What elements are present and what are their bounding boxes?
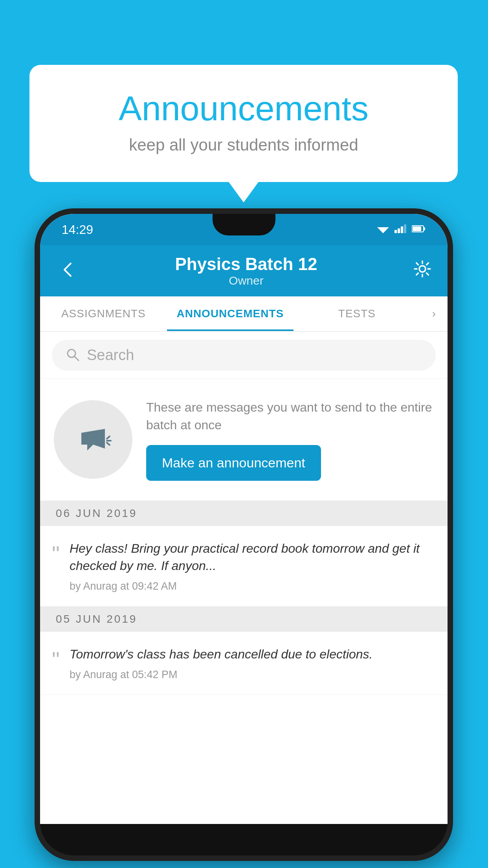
tab-more[interactable]: › — [420, 307, 448, 320]
settings-button[interactable] — [413, 259, 432, 282]
bubble-subtitle: keep all your students informed — [61, 136, 426, 154]
megaphone-icon — [73, 419, 113, 460]
svg-marker-2 — [382, 232, 384, 233]
announcement-text-1: Hey class! Bring your practical record b… — [70, 540, 436, 575]
search-placeholder: Search — [87, 347, 134, 364]
promo-description: These are messages you want to send to t… — [146, 399, 434, 434]
date-separator-1: 06 JUN 2019 — [40, 501, 448, 526]
svg-line-15 — [107, 443, 110, 445]
announcement-icon-circle — [54, 400, 132, 479]
battery-icon — [412, 225, 426, 234]
notch — [213, 214, 275, 235]
bubble-title: Announcements — [61, 88, 426, 129]
announcement-meta-2: by Anurag at 05:42 PM — [70, 669, 436, 681]
announcement-content-2: Tomorrow's class has been cancelled due … — [70, 645, 436, 681]
search-input-wrap[interactable]: Search — [52, 340, 436, 371]
svg-rect-3 — [394, 230, 397, 233]
announcement-item-2: " Tomorrow's class has been cancelled du… — [40, 632, 448, 695]
signal-icon — [394, 224, 406, 235]
back-button[interactable] — [56, 256, 79, 286]
tab-tests[interactable]: TESTS — [294, 296, 420, 331]
app-bar-title: Physics Batch 12 — [79, 254, 413, 274]
app-bar: Physics Batch 12 Owner — [40, 245, 448, 296]
svg-point-10 — [419, 266, 426, 272]
svg-rect-9 — [413, 226, 421, 231]
tab-assignments[interactable]: ASSIGNMENTS — [40, 296, 167, 331]
svg-line-12 — [75, 357, 79, 360]
svg-line-13 — [107, 436, 110, 439]
speech-bubble: Announcements keep all your students inf… — [29, 65, 458, 182]
svg-rect-5 — [401, 226, 403, 233]
quote-icon-1: " — [52, 543, 60, 565]
promo-right: These are messages you want to send to t… — [146, 399, 434, 481]
app-bar-subtitle: Owner — [79, 274, 413, 287]
search-bar: Search — [40, 332, 448, 379]
promo-section: These are messages you want to send to t… — [40, 379, 448, 501]
svg-rect-8 — [424, 227, 425, 230]
announcement-item-1: " Hey class! Bring your practical record… — [40, 526, 448, 607]
status-bar: 14:29 — [40, 214, 448, 245]
date-separator-2: 05 JUN 2019 — [40, 607, 448, 632]
status-time: 14:29 — [62, 223, 93, 237]
svg-rect-6 — [404, 224, 406, 233]
wifi-icon — [377, 224, 389, 235]
announcement-text-2: Tomorrow's class has been cancelled due … — [70, 645, 436, 663]
content-area: Search These are message — [40, 332, 448, 824]
phone-frame: 14:29 — [35, 208, 453, 861]
app-bar-center: Physics Batch 12 Owner — [79, 254, 413, 287]
tab-announcements[interactable]: ANNOUNCEMENTS — [167, 296, 294, 331]
announcement-content-1: Hey class! Bring your practical record b… — [70, 540, 436, 593]
svg-rect-4 — [398, 228, 400, 233]
quote-icon-2: " — [52, 649, 60, 671]
announcement-meta-1: by Anurag at 09:42 AM — [70, 580, 436, 592]
tabs-bar: ASSIGNMENTS ANNOUNCEMENTS TESTS › — [40, 296, 448, 332]
status-icons — [377, 224, 426, 235]
make-announcement-button[interactable]: Make an announcement — [146, 445, 321, 481]
search-icon — [66, 348, 80, 363]
